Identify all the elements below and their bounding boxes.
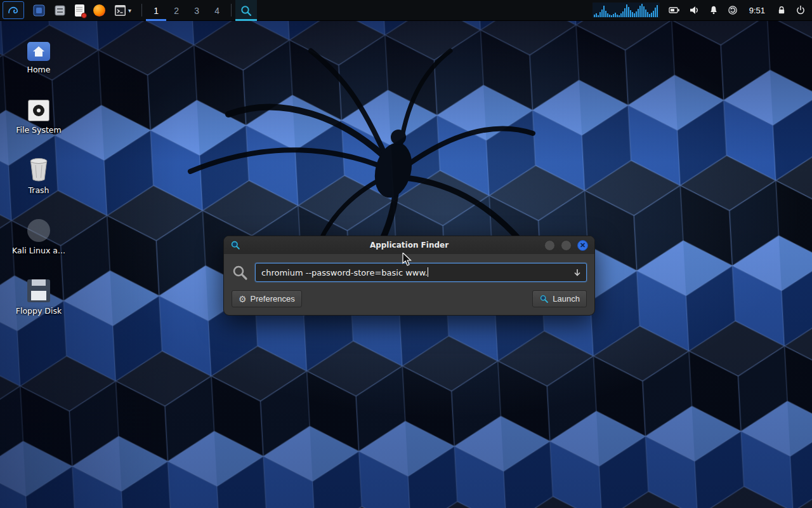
dialog-title: Application Finder: [224, 241, 594, 250]
history-dropdown-button[interactable]: [568, 264, 586, 281]
preferences-button[interactable]: ⚙ Preferences: [232, 290, 302, 307]
home-icon: [27, 42, 50, 61]
text-editor-icon: [75, 4, 84, 17]
desktop-icons: Home File System Trash Kali Linux a... F…: [11, 34, 66, 316]
lock-icon: [776, 5, 787, 15]
applications-menu-button[interactable]: [3, 1, 24, 19]
desktop: ▾ 1 2 3 4: [0, 0, 812, 508]
cpu-graph[interactable]: [593, 3, 660, 18]
floppy-disk-icon: [27, 279, 50, 302]
notifications-indicator[interactable]: [709, 0, 719, 21]
desktop-icon-label: File System: [16, 125, 62, 135]
top-panel: ▾ 1 2 3 4: [0, 0, 812, 21]
launch-icon: [539, 294, 549, 304]
update-indicator[interactable]: [728, 0, 738, 21]
preferences-button-label: Preferences: [251, 294, 295, 304]
cpu-graph-bars: [594, 3, 658, 17]
desktop-icon-file-system[interactable]: File System: [11, 95, 66, 135]
arrow-down-icon: [573, 268, 582, 277]
workspace-4[interactable]: 4: [207, 0, 227, 21]
command-input[interactable]: chromium --password-store=basic www.: [255, 263, 587, 282]
application-finder-taskbar-button[interactable]: [235, 0, 257, 21]
firefox-icon: [93, 4, 105, 17]
window-button-list: ▾: [27, 0, 138, 20]
system-tray: 9:51: [593, 0, 812, 20]
window-button-terminal[interactable]: [114, 0, 126, 21]
application-finder-dialog: Application Finder ✕ chromium --password…: [223, 236, 595, 316]
desktop-icon-label: Home: [27, 65, 51, 74]
clock[interactable]: 9:51: [747, 0, 768, 21]
kali-docs-icon: [27, 219, 50, 242]
close-button[interactable]: ✕: [577, 240, 588, 251]
panel-separator: [141, 4, 142, 17]
update-icon: [728, 5, 738, 15]
logout-button[interactable]: [796, 0, 806, 21]
terminal-dropdown-button[interactable]: ▾: [128, 0, 131, 21]
text-caret: [428, 267, 428, 277]
gear-icon: ⚙: [239, 295, 247, 304]
desktop-icon-label: Floppy Disk: [16, 306, 62, 316]
speaker-icon: [689, 5, 700, 15]
launch-button[interactable]: Launch: [532, 290, 587, 307]
workspace-1[interactable]: 1: [146, 0, 166, 21]
window-button-text-editor[interactable]: [75, 0, 84, 21]
search-icon: [232, 264, 249, 281]
desktop-icon-home[interactable]: Home: [11, 34, 66, 74]
volume-indicator[interactable]: [689, 0, 700, 21]
desktop-icon-label: Kali Linux a...: [12, 246, 65, 255]
workspace-3[interactable]: 3: [187, 0, 207, 21]
minimize-button[interactable]: [544, 240, 555, 251]
bell-icon: [709, 5, 719, 15]
desktop-icon-label: Trash: [28, 185, 49, 195]
kali-logo-icon: [7, 4, 20, 17]
window-button-file-manager[interactable]: [54, 0, 66, 21]
power-icon: [796, 5, 806, 15]
file-manager-icon: [54, 4, 66, 17]
launch-button-label: Launch: [553, 294, 580, 304]
lock-screen-button[interactable]: [776, 0, 787, 21]
dialog-body: chromium --password-store=basic www. ⚙ P…: [224, 254, 594, 315]
window-button-app[interactable]: [33, 0, 45, 21]
desktop-icon-trash[interactable]: Trash: [11, 155, 66, 195]
terminal-icon: [114, 4, 126, 17]
file-system-icon: [28, 100, 49, 121]
window-button-firefox[interactable]: [93, 0, 105, 21]
command-input-value: chromium --password-store=basic www.: [261, 268, 428, 277]
magnifier-icon: [240, 4, 252, 17]
dialog-app-icon: [230, 240, 240, 250]
close-icon: ✕: [580, 242, 586, 249]
trash-icon: [28, 157, 49, 182]
maximize-button[interactable]: [561, 240, 572, 251]
chevron-down-icon: ▾: [128, 7, 131, 14]
app-window-icon: [33, 4, 45, 17]
workspace-switcher: 1 2 3 4: [146, 0, 227, 20]
dialog-titlebar[interactable]: Application Finder ✕: [224, 236, 594, 254]
desktop-icon-floppy[interactable]: Floppy Disk: [11, 276, 66, 316]
desktop-icon-kali-linux[interactable]: Kali Linux a...: [11, 215, 66, 255]
workspace-2[interactable]: 2: [166, 0, 187, 21]
panel-separator-2: [231, 4, 232, 17]
battery-indicator[interactable]: [669, 0, 680, 21]
battery-icon: [669, 5, 680, 15]
